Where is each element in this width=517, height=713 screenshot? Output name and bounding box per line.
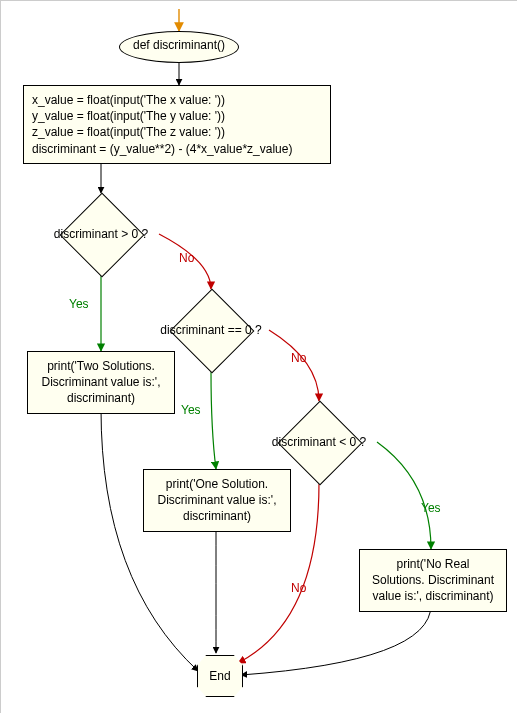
p2-line-2: Discriminant value is:', [152, 492, 282, 508]
label-d2-no: No [291, 351, 306, 365]
assign-line-2: y_value = float(input('The y value: ')) [32, 108, 322, 124]
end-node: End [197, 655, 243, 697]
start-node: def discriminant() [119, 31, 239, 63]
d1-label: discriminant > 0 ? [54, 227, 148, 241]
p1-line-1: print('Two Solutions. [36, 358, 166, 374]
d2-label: discriminant == 0 ? [160, 323, 261, 337]
start-label: def discriminant() [133, 38, 225, 52]
edge-p1-end [101, 409, 198, 671]
p3-line-1: print('No Real [368, 556, 498, 572]
label-d1-no: No [179, 251, 194, 265]
end-label: End [209, 669, 230, 683]
edge-p3-end [241, 605, 431, 675]
assign-line-1: x_value = float(input('The x value: ')) [32, 92, 322, 108]
p3-line-2: Solutions. Discriminant [368, 572, 498, 588]
p3-line-3: value is:', discriminant) [368, 588, 498, 604]
assign-node: x_value = float(input('The x value: ')) … [23, 85, 331, 164]
label-d1-yes: Yes [69, 297, 89, 311]
edge-d2-no [269, 330, 319, 401]
label-d3-no: No [291, 581, 306, 595]
edge-d3-yes [377, 442, 431, 549]
decision-d1: discriminant > 0 ? [43, 193, 159, 275]
d3-label: discriminant < 0 ? [272, 435, 366, 449]
print-two-solutions: print('Two Solutions. Discriminant value… [27, 351, 175, 414]
p1-line-2: Discriminant value is:', [36, 374, 166, 390]
print-one-solution: print('One Solution. Discriminant value … [143, 469, 291, 532]
p2-line-3: discriminant) [152, 508, 282, 524]
label-d2-yes: Yes [181, 403, 201, 417]
assign-line-3: z_value = float(input('The z value: ')) [32, 124, 322, 140]
p1-line-3: discriminant) [36, 390, 166, 406]
assign-line-4: discriminant = (y_value**2) - (4*x_value… [32, 141, 322, 157]
edge-d2-yes [211, 371, 216, 469]
p2-line-1: print('One Solution. [152, 476, 282, 492]
flowchart-canvas: def discriminant() x_value = float(input… [0, 0, 517, 713]
label-d3-yes: Yes [421, 501, 441, 515]
print-no-real: print('No Real Solutions. Discriminant v… [359, 549, 507, 612]
